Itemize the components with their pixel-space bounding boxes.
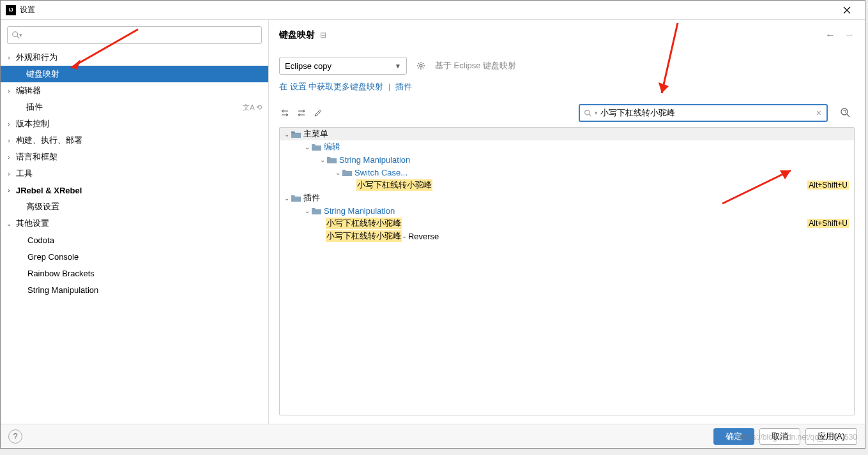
tree-row-action3[interactable]: 小写下杠线转小驼峰 - Reverse xyxy=(280,230,854,242)
chevron-icon: › xyxy=(4,54,13,61)
chevron-down-icon: ⌄ xyxy=(333,169,342,176)
keymap-selected-label: Eclipse copy xyxy=(285,61,331,71)
sidebar-item-tools[interactable]: ›工具 xyxy=(1,165,268,182)
sidebar-item-jrebel[interactable]: ›JRebel & XRebel xyxy=(1,182,268,198)
plugins-link[interactable]: 插件 xyxy=(395,82,412,91)
action-label: 小写下杠线转小驼峰 xyxy=(356,179,432,191)
folder-icon xyxy=(327,156,337,163)
help-button[interactable]: ? xyxy=(8,429,22,444)
collapse-all-button[interactable] xyxy=(296,107,307,119)
action-label: 小写下杠线转小驼峰 xyxy=(326,230,402,242)
base-keymap-label: 基于 Eclipse 键盘映射 xyxy=(435,60,516,71)
chevron-icon: › xyxy=(4,87,13,94)
chevron-down-icon: ⌄ xyxy=(282,195,291,202)
sidebar-item-plugins[interactable]: 插件文A ⟲ xyxy=(1,99,268,116)
search-icon xyxy=(584,109,592,117)
svg-point-2 xyxy=(585,110,590,114)
lang-reset-icons: 文A ⟲ xyxy=(243,103,262,112)
sidebar-item-advanced[interactable]: 高级设置 xyxy=(1,198,268,215)
folder-icon xyxy=(291,194,301,202)
gear-icon[interactable] xyxy=(413,58,429,73)
chevron-down-icon: ⌄ xyxy=(303,144,312,151)
tree-row-edit[interactable]: ⌄ 编辑 xyxy=(280,140,854,153)
folder-icon xyxy=(291,130,301,138)
nav-forward-button[interactable]: → xyxy=(844,29,855,41)
shortcut-badge: Alt+Shift+U xyxy=(807,219,849,228)
titlebar: 设置 xyxy=(1,1,865,20)
action-search-input[interactable]: ▾ × xyxy=(579,104,828,122)
search-input-field[interactable] xyxy=(600,108,815,118)
sidebar-item-codota[interactable]: Codota xyxy=(1,232,268,248)
tree-row-sm2[interactable]: ⌄ String Manipulation xyxy=(280,204,854,217)
chevron-icon: › xyxy=(4,121,13,128)
folder-icon xyxy=(342,168,352,176)
search-dropdown-icon: ▾ xyxy=(595,110,598,116)
sidebar-item-build[interactable]: ›构建、执行、部署 xyxy=(1,132,268,149)
sidebar-list: ›外观和行为 键盘映射 ›编辑器 插件文A ⟲ ›版本控制 ›构建、执行、部署 … xyxy=(1,49,268,425)
watermark: https://blog.csdn.net/qq_31480530 xyxy=(740,433,857,442)
svg-point-3 xyxy=(841,108,848,115)
shortcut-badge: Alt+Shift+U xyxy=(807,181,849,190)
search-dropdown-icon: ▾ xyxy=(19,32,22,38)
folder-icon xyxy=(312,143,321,151)
edit-button[interactable] xyxy=(312,107,324,119)
page-title: 键盘映射 xyxy=(279,29,315,41)
app-icon xyxy=(6,5,16,15)
sidebar-item-appearance[interactable]: ›外观和行为 xyxy=(1,49,268,66)
keymap-tree[interactable]: ⌄ 主菜单 ⌄ 编辑 ⌄ String Manipulation ⌄ xyxy=(279,127,855,415)
sidebar-item-languages[interactable]: ›语言和框架 xyxy=(1,149,268,165)
keymap-select[interactable]: Eclipse copy ▼ xyxy=(279,57,407,75)
nav-back-button[interactable]: ← xyxy=(825,29,835,41)
more-keymaps-link-row: 在 设置 中获取更多键盘映射 | 插件 xyxy=(279,81,855,93)
svg-point-1 xyxy=(420,64,422,67)
tree-row-action2[interactable]: 小写下杠线转小驼峰 Alt+Shift+U xyxy=(280,217,854,230)
sidebar: ▾ ›外观和行为 键盘映射 ›编辑器 插件文A ⟲ ›版本控制 ›构建、执行、部… xyxy=(1,20,269,425)
tree-row-switch[interactable]: ⌄ Switch Case... xyxy=(280,166,854,179)
sidebar-item-stringmanip[interactable]: String Manipulation xyxy=(1,281,268,298)
sidebar-item-vcs[interactable]: ›版本控制 xyxy=(1,116,268,132)
clear-search-button[interactable]: × xyxy=(815,108,823,118)
chevron-down-icon: ⌄ xyxy=(282,131,291,138)
chevron-down-icon: ▼ xyxy=(395,63,401,70)
footer: ? 确定 取消 应用(A) xyxy=(1,424,865,448)
chevron-down-icon: ⌄ xyxy=(4,220,13,227)
chevron-icon: › xyxy=(4,137,13,144)
chevron-icon: › xyxy=(4,170,13,177)
tree-row-plugins[interactable]: ⌄ 插件 xyxy=(280,191,854,204)
separator-icon: ⊟ xyxy=(320,31,326,40)
window-title: 设置 xyxy=(20,4,35,15)
chevron-icon: › xyxy=(4,187,13,194)
chevron-down-icon: ⌄ xyxy=(318,156,327,163)
action-label: 小写下杠线转小驼峰 xyxy=(326,218,402,229)
sidebar-item-keymap[interactable]: 键盘映射 xyxy=(1,66,268,82)
find-shortcut-button[interactable] xyxy=(837,104,855,122)
tree-row-sm1[interactable]: ⌄ String Manipulation xyxy=(280,153,854,166)
chevron-icon: › xyxy=(4,154,13,161)
tree-row-mainmenu[interactable]: ⌄ 主菜单 xyxy=(280,128,854,140)
expand-all-button[interactable] xyxy=(279,107,291,119)
sidebar-item-editor[interactable]: ›编辑器 xyxy=(1,82,268,99)
chevron-down-icon: ⌄ xyxy=(303,207,312,214)
sidebar-search-input[interactable]: ▾ xyxy=(7,26,262,44)
sidebar-item-grep[interactable]: Grep Console xyxy=(1,248,268,265)
folder-icon xyxy=(312,207,321,214)
more-keymaps-link[interactable]: 在 设置 中获取更多键盘映射 xyxy=(279,82,383,91)
svg-point-0 xyxy=(13,32,18,37)
main-panel: 键盘映射 ⊟ ← → Eclipse copy ▼ 基于 Eclipse 键盘映… xyxy=(269,20,865,425)
action-suffix: - Reverse xyxy=(403,232,439,241)
close-button[interactable] xyxy=(834,1,860,20)
sidebar-item-rainbow[interactable]: Rainbow Brackets xyxy=(1,265,268,281)
tree-row-action1[interactable]: 小写下杠线转小驼峰 Alt+Shift+U xyxy=(280,179,854,191)
sidebar-item-other[interactable]: ⌄其他设置 xyxy=(1,215,268,232)
